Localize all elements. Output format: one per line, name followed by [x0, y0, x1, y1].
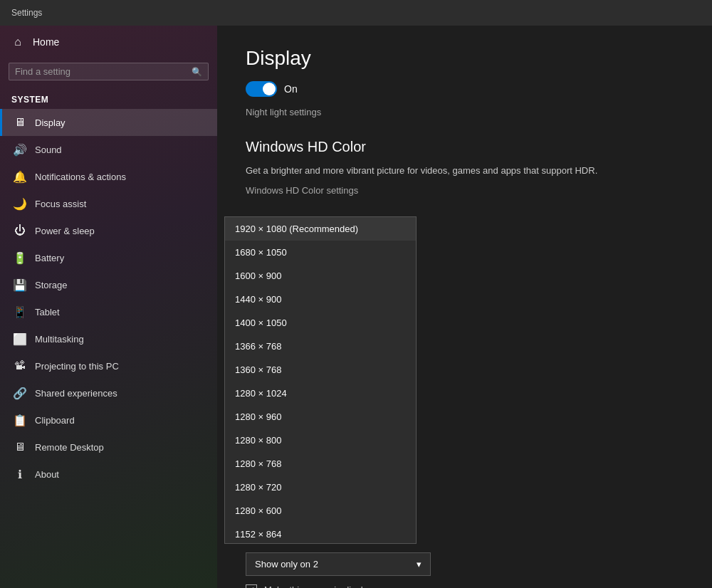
night-light-toggle[interactable]: [246, 81, 277, 97]
dropdown-item-1920x1080[interactable]: 1920 × 1080 (Recommended): [225, 217, 416, 241]
sidebar-item-label: Shared experiences: [35, 388, 117, 399]
app-title-bar: Settings: [0, 0, 712, 26]
remote-icon: 🖥: [14, 441, 26, 453]
content-area: Display On Night light settings Windows …: [217, 26, 712, 588]
make-main-display-row: ✓ Make this my main display: [246, 584, 684, 589]
night-light-link[interactable]: Night light settings: [246, 107, 684, 117]
sidebar-item-label: Clipboard: [35, 415, 75, 426]
sidebar-item-notifications[interactable]: 🔔 Notifications & actions: [0, 163, 217, 190]
notifications-icon: 🔔: [14, 170, 26, 183]
display-icon: 🖥: [14, 116, 26, 129]
dropdown-item-1600x900[interactable]: 1600 × 900: [225, 264, 416, 288]
hd-color-desc: Get a brighter and more vibrant picture …: [246, 164, 684, 178]
dropdown-item-1280x1024[interactable]: 1280 × 1024: [225, 382, 416, 405]
page-title: Display: [246, 47, 684, 70]
dropdown-item-1366x768[interactable]: 1366 × 768: [225, 335, 416, 358]
checkbox-check-icon: ✓: [248, 585, 255, 588]
sidebar-item-shared[interactable]: 🔗 Shared experiences: [0, 379, 217, 406]
sidebar: ⌂ Home 🔍 System 🖥 Display 🔊 Sound 🔔 Noti…: [0, 26, 217, 588]
multitasking-icon: ⬜: [14, 332, 26, 345]
dropdown-item-1280x960[interactable]: 1280 × 960: [225, 405, 416, 429]
home-icon: ⌂: [11, 36, 24, 48]
sidebar-item-power[interactable]: ⏻ Power & sleep: [0, 217, 217, 244]
make-main-checkbox[interactable]: ✓: [246, 584, 257, 589]
sidebar-item-display[interactable]: 🖥 Display: [0, 109, 217, 136]
sidebar-item-label: Sound: [35, 145, 62, 155]
sidebar-item-label: Multitasking: [35, 334, 84, 345]
dropdown-item-1360x768[interactable]: 1360 × 768: [225, 358, 416, 382]
sidebar-item-focus[interactable]: 🌙 Focus assist: [0, 190, 217, 217]
sidebar-item-label: Storage: [35, 280, 68, 290]
show-on-select-row: Show only on 2 ▾: [246, 552, 684, 576]
dropdown-item-1400x1050[interactable]: 1400 × 1050: [225, 311, 416, 335]
search-box[interactable]: 🔍: [9, 63, 209, 80]
sidebar-item-label: Battery: [35, 253, 64, 263]
make-main-label: Make this my main display: [264, 584, 372, 588]
show-on-select-label: Show only on 2: [255, 559, 318, 569]
clipboard-icon: 📋: [14, 414, 26, 426]
sidebar-item-about[interactable]: ℹ About: [0, 461, 217, 488]
dropdown-item-1280x720[interactable]: 1280 × 720: [225, 476, 416, 499]
tablet-icon: 📱: [14, 305, 26, 318]
dropdown-item-1440x900[interactable]: 1440 × 900: [225, 288, 416, 311]
sidebar-item-label: Power & sleep: [35, 226, 95, 236]
about-icon: ℹ: [14, 468, 26, 481]
resolution-dropdown[interactable]: 1920 × 1080 (Recommended) 1680 × 1050 16…: [224, 216, 417, 544]
sidebar-item-tablet[interactable]: 📱 Tablet: [0, 298, 217, 325]
hd-color-section-title: Windows HD Color: [246, 139, 684, 155]
power-icon: ⏻: [14, 224, 26, 237]
sidebar-item-clipboard[interactable]: 📋 Clipboard: [0, 406, 217, 434]
sidebar-item-label: Projecting to this PC: [35, 361, 119, 372]
dropdown-item-1280x768[interactable]: 1280 × 768: [225, 452, 416, 476]
dropdown-item-1680x1050[interactable]: 1680 × 1050: [225, 241, 416, 264]
night-light-toggle-row: On: [246, 81, 684, 97]
sidebar-item-label: Focus assist: [35, 199, 86, 209]
sidebar-item-storage[interactable]: 💾 Storage: [0, 271, 217, 298]
battery-icon: 🔋: [14, 251, 26, 264]
search-input[interactable]: [15, 66, 192, 77]
sidebar-home-label: Home: [33, 36, 59, 48]
hd-color-settings-link[interactable]: Windows HD Color settings: [246, 185, 358, 196]
storage-icon: 💾: [14, 278, 26, 291]
sidebar-item-sound[interactable]: 🔊 Sound: [0, 136, 217, 163]
focus-icon: 🌙: [14, 197, 26, 210]
chevron-down-icon: ▾: [417, 559, 422, 569]
main-layout: ⌂ Home 🔍 System 🖥 Display 🔊 Sound 🔔 Noti…: [0, 26, 712, 588]
sidebar-item-multitasking[interactable]: ⬜ Multitasking: [0, 325, 217, 352]
sidebar-item-remote[interactable]: 🖥 Remote Desktop: [0, 434, 217, 461]
sidebar-item-projecting[interactable]: 📽 Projecting to this PC: [0, 352, 217, 379]
dropdown-item-1280x600[interactable]: 1280 × 600: [225, 499, 416, 523]
sound-icon: 🔊: [14, 143, 26, 156]
sidebar-item-home[interactable]: ⌂ Home: [0, 26, 217, 58]
sidebar-item-label: Display: [35, 117, 66, 128]
sidebar-item-label: Notifications & actions: [35, 172, 126, 182]
search-icon: 🔍: [192, 67, 202, 77]
sidebar-item-label: About: [35, 469, 59, 480]
sidebar-section-label: System: [0, 88, 217, 109]
app-title-text: Settings: [11, 8, 42, 18]
shared-icon: 🔗: [14, 387, 26, 399]
sidebar-item-battery[interactable]: 🔋 Battery: [0, 244, 217, 271]
show-on-select[interactable]: Show only on 2 ▾: [246, 552, 431, 576]
sidebar-item-label: Remote Desktop: [35, 442, 104, 453]
dropdown-item-1152x864[interactable]: 1152 × 864: [225, 523, 416, 544]
sidebar-item-label: Tablet: [35, 307, 60, 317]
dropdown-item-1280x800[interactable]: 1280 × 800: [225, 429, 416, 452]
bottom-display-row: Show only on 2 ▾ ✓ Make this my main dis…: [246, 552, 684, 589]
toggle-label: On: [284, 83, 298, 95]
projecting-icon: 📽: [14, 359, 26, 372]
